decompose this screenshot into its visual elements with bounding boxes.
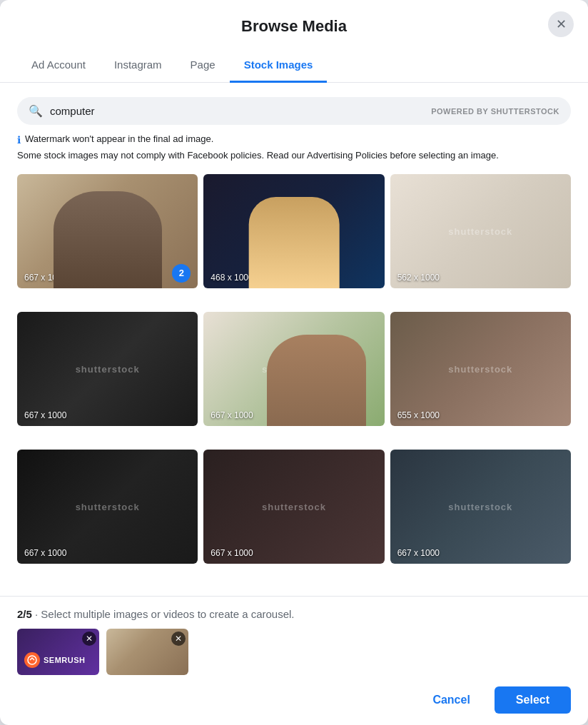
image-item-5[interactable]: shutterstock 667 x 1000	[203, 312, 384, 426]
image-item-7[interactable]: shutterstock 667 x 1000	[17, 450, 198, 564]
tab-page[interactable]: Page	[176, 49, 230, 83]
image-dims-3: 562 x 1000	[397, 273, 440, 283]
tab-stock-images[interactable]: Stock Images	[230, 49, 328, 83]
carousel-hint: · Select multiple images or videos to cr…	[32, 608, 295, 620]
select-button[interactable]: Select	[495, 686, 571, 714]
tab-instagram[interactable]: Instagram	[100, 49, 176, 83]
image-badge-1: 2	[172, 264, 191, 283]
search-bar: 🔍 POWERED BY SHUTTERSTOCK	[17, 97, 571, 125]
image-dims-5: 667 x 1000	[211, 410, 253, 420]
image-dims-4: 667 x 1000	[24, 410, 66, 420]
image-dims-8: 667 x 1000	[211, 548, 253, 558]
semrush-icon	[24, 652, 40, 668]
image-dims-2: 468 x 1000	[211, 273, 253, 283]
image-item-3[interactable]: shutterstock 562 x 1000	[390, 174, 571, 288]
image-dims-9: 667 x 1000	[397, 548, 440, 558]
image-item-9[interactable]: shutterstock 667 x 1000	[390, 450, 571, 564]
image-item-8[interactable]: shutterstock 667 x 1000	[203, 450, 384, 564]
tab-ad-account[interactable]: Ad Account	[17, 49, 100, 83]
semrush-label: SEMRUSH	[44, 656, 86, 664]
modal-title: Browse Media	[241, 17, 347, 36]
image-item-4[interactable]: shutterstock 667 x 1000	[17, 312, 198, 426]
image-item-1[interactable]: shutterstock 667 x 1000 2	[17, 174, 198, 288]
svg-point-0	[28, 656, 36, 664]
close-button[interactable]: ✕	[548, 11, 574, 37]
main-content: 🔍 POWERED BY SHUTTERSTOCK ℹ Watermark wo…	[0, 83, 588, 596]
search-icon: 🔍	[29, 104, 43, 118]
image-dims-1: 667 x 1000	[24, 273, 66, 283]
image-item-2[interactable]: shutterstock 468 x 1000	[203, 174, 384, 288]
image-grid: shutterstock 667 x 1000 2 shutterstock 4…	[17, 174, 571, 582]
image-dims-7: 667 x 1000	[24, 548, 66, 558]
watermark-notice: ℹ Watermark won't appear in the final ad…	[17, 133, 571, 146]
remove-semrush-button[interactable]: ✕	[82, 632, 96, 646]
footer: 2/5 · Select multiple images or videos t…	[0, 596, 588, 725]
info-icon: ℹ	[17, 134, 21, 146]
watermark-text: Watermark won't appear in the final ad i…	[25, 133, 213, 144]
close-icon: ✕	[556, 16, 567, 32]
selection-count: 2/5 · Select multiple images or videos t…	[17, 608, 571, 620]
modal-header: Browse Media ✕	[0, 0, 588, 36]
selected-thumb-photo[interactable]: ✕	[106, 629, 188, 675]
count-fraction: 2/5	[17, 608, 32, 620]
image-item-6[interactable]: shutterstock 655 x 1000	[390, 312, 571, 426]
policy-text: Some stock images may not comply with Fa…	[17, 148, 571, 163]
image-dims-6: 655 x 1000	[397, 410, 440, 420]
remove-photo-button[interactable]: ✕	[171, 632, 186, 646]
search-input[interactable]	[50, 105, 431, 117]
selected-items-row: SEMRUSH ✕ ✕	[17, 629, 571, 675]
powered-by-label: POWERED BY SHUTTERSTOCK	[431, 107, 559, 116]
selected-thumb-semrush[interactable]: SEMRUSH ✕	[17, 629, 99, 675]
tab-bar: Ad Account Instagram Page Stock Images	[0, 49, 588, 83]
cancel-button[interactable]: Cancel	[415, 686, 487, 714]
action-buttons: Cancel Select	[17, 686, 571, 714]
browse-media-modal: Browse Media ✕ Ad Account Instagram Page…	[0, 0, 588, 725]
